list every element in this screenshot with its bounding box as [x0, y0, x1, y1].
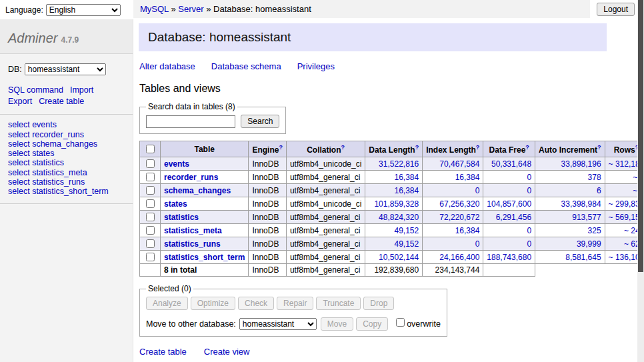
- data-length-link[interactable]: 48,824,320: [379, 213, 419, 222]
- index-length-cell: 16,384: [423, 171, 483, 184]
- data-free-link[interactable]: 0: [527, 173, 531, 182]
- auto-increment-link[interactable]: 39,999: [577, 239, 601, 249]
- table-name-link[interactable]: statistics_short_term: [164, 253, 245, 262]
- logout-button[interactable]: Logout: [597, 3, 635, 16]
- index-length-link[interactable]: 0: [475, 186, 480, 195]
- row-checkbox[interactable]: [146, 239, 155, 248]
- nav-link-privileges[interactable]: Privileges: [297, 61, 335, 71]
- truncate-button[interactable]: Truncate: [316, 297, 361, 310]
- data-length-link[interactable]: 16,384: [394, 186, 419, 195]
- language-select[interactable]: English: [46, 4, 121, 16]
- create-table-link[interactable]: Create table: [139, 347, 187, 357]
- row-checkbox[interactable]: [146, 159, 155, 168]
- analyze-button[interactable]: Analyze: [146, 297, 188, 310]
- data-length-link[interactable]: 16,384: [394, 173, 419, 182]
- scrollbar-thumb[interactable]: [638, 0, 643, 272]
- column-help-link[interactable]: ?: [597, 144, 601, 151]
- table-name-link[interactable]: schema_changes: [164, 186, 231, 195]
- data-length-link[interactable]: 31,522,816: [379, 159, 419, 169]
- column-help-link[interactable]: ?: [279, 144, 283, 151]
- sidebar-table-link[interactable]: select states: [8, 149, 125, 159]
- table-name-link[interactable]: statistics_runs: [164, 239, 221, 249]
- column-help-link[interactable]: ?: [476, 144, 480, 151]
- search-button[interactable]: Search: [241, 115, 279, 128]
- nav-link-database-schema[interactable]: Database schema: [211, 61, 281, 71]
- index-length-link[interactable]: 72,220,672: [439, 213, 479, 222]
- sidebar-table-link[interactable]: select schema_changes: [8, 139, 125, 149]
- column-help-link[interactable]: ?: [525, 144, 529, 151]
- data-free-link[interactable]: 0: [527, 226, 531, 235]
- help-sup: ?: [415, 143, 419, 151]
- table-name-link[interactable]: recorder_runs: [164, 173, 218, 182]
- index-length-link[interactable]: 16,384: [455, 173, 480, 182]
- index-length-link[interactable]: 67,256,320: [439, 199, 479, 209]
- top-bar: MySQL » Server » Database: homeassistant…: [133, 0, 644, 18]
- auto-increment-link[interactable]: 913,577: [572, 213, 601, 222]
- adminer-logo[interactable]: Adminer: [8, 31, 57, 45]
- data-length-link[interactable]: 49,152: [394, 226, 419, 235]
- index-length-link[interactable]: 24,166,400: [439, 253, 479, 262]
- repair-button[interactable]: Repair: [277, 297, 313, 310]
- sidebar-link-export[interactable]: Export: [8, 97, 32, 106]
- row-checkbox[interactable]: [146, 186, 155, 195]
- move-db-select[interactable]: homeassistant: [239, 318, 317, 330]
- sidebar-table-link[interactable]: select recorder_runs: [8, 130, 125, 139]
- move-button[interactable]: Move: [321, 317, 353, 331]
- data-free-link[interactable]: 50,331,648: [491, 159, 531, 169]
- data-free-link[interactable]: 188,743,680: [487, 253, 531, 262]
- column-help-link[interactable]: ?: [415, 144, 419, 151]
- vertical-scrollbar[interactable]: [637, 0, 644, 362]
- sidebar-link-import[interactable]: Import: [70, 85, 93, 95]
- auto-increment-link[interactable]: 325: [588, 226, 601, 235]
- column-help-link[interactable]: ?: [341, 144, 345, 151]
- row-checkbox[interactable]: [146, 199, 155, 208]
- sidebar-table-link[interactable]: select statistics_short_term: [8, 187, 125, 197]
- auto-increment-link[interactable]: 33,898,196: [561, 159, 601, 169]
- nav-link-alter-database[interactable]: Alter database: [139, 61, 195, 71]
- sidebar-table-link[interactable]: select statistics_runs: [8, 177, 125, 187]
- breadcrumb-link[interactable]: MySQL: [140, 4, 169, 14]
- table-name-link[interactable]: statistics_meta: [164, 226, 222, 235]
- index-length-cell: 67,256,320: [423, 197, 483, 211]
- auto-increment-link[interactable]: 378: [588, 173, 601, 182]
- data-length-link[interactable]: 101,859,328: [374, 199, 419, 209]
- table-name-link[interactable]: states: [164, 199, 187, 209]
- auto-increment-link[interactable]: 33,398,984: [561, 199, 601, 209]
- sidebar-table-link[interactable]: select statistics_meta: [8, 168, 125, 177]
- index-length-link[interactable]: 16,384: [455, 226, 480, 235]
- breadcrumb-separator: »: [204, 4, 213, 14]
- overwrite-checkbox[interactable]: [396, 318, 405, 327]
- row-checkbox[interactable]: [146, 226, 155, 235]
- db-select[interactable]: homeassistant: [25, 63, 106, 75]
- data-length-link[interactable]: 49,152: [394, 239, 419, 249]
- table-name-link[interactable]: events: [164, 159, 189, 169]
- data-free-link[interactable]: 6,291,456: [496, 213, 531, 222]
- overwrite-label[interactable]: overwrite: [407, 319, 441, 329]
- search-input[interactable]: [146, 115, 235, 128]
- auto-increment-link[interactable]: 6: [597, 186, 601, 195]
- copy-button[interactable]: Copy: [356, 317, 388, 331]
- data-free-link[interactable]: 0: [527, 186, 531, 195]
- sidebar-link-create-table[interactable]: Create table: [39, 97, 84, 106]
- auto-increment-cell: 6: [535, 184, 605, 197]
- row-checkbox[interactable]: [146, 213, 155, 221]
- table-name-link[interactable]: statistics: [164, 213, 199, 222]
- check-button[interactable]: Check: [238, 297, 274, 310]
- index-length-link[interactable]: 0: [475, 239, 480, 249]
- row-checkbox[interactable]: [146, 253, 155, 261]
- row-checkbox[interactable]: [146, 173, 155, 181]
- create-view-link[interactable]: Create view: [204, 347, 250, 357]
- index-length-link[interactable]: 70,467,584: [439, 159, 479, 169]
- auto-increment-link[interactable]: 8,581,645: [565, 253, 601, 262]
- drop-button[interactable]: Drop: [363, 297, 394, 310]
- sidebar-table-link[interactable]: select statistics: [8, 159, 125, 168]
- optimize-button[interactable]: Optimize: [191, 297, 235, 310]
- data-free-link[interactable]: 0: [527, 239, 531, 249]
- sidebar-table-link[interactable]: select events: [8, 121, 125, 130]
- sidebar-link-sql-command[interactable]: SQL command: [8, 85, 63, 95]
- select-all-checkbox[interactable]: [146, 145, 155, 153]
- data-length-link[interactable]: 10,502,144: [379, 253, 419, 262]
- breadcrumb-link[interactable]: Server: [178, 4, 203, 14]
- help-sup: ?: [525, 143, 529, 151]
- data-free-link[interactable]: 104,857,600: [487, 199, 531, 209]
